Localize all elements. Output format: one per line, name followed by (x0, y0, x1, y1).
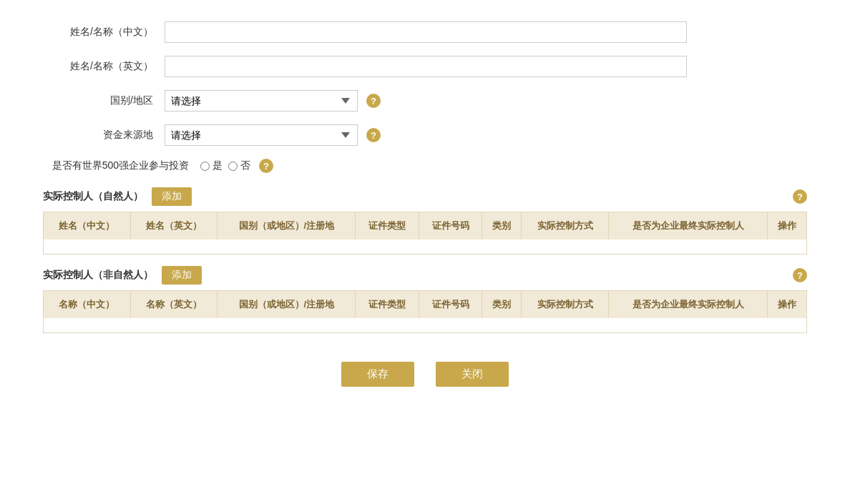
fortune500-yes-radio[interactable] (200, 162, 210, 171)
country-help-icon[interactable]: ? (366, 94, 381, 108)
fortune500-label: 是否有世界500强企业参与投资 (43, 159, 200, 172)
section2-empty-row (44, 318, 806, 332)
section2-col-5: 类别 (482, 291, 522, 318)
fortune500-no-text: 否 (240, 159, 250, 172)
fortune500-row: 是否有世界500强企业参与投资 是 否 ? (43, 159, 807, 173)
name-en-label: 姓名/名称（英文） (43, 60, 165, 73)
section1-col-3: 证件类型 (356, 212, 419, 239)
section2-col-6: 实际控制方式 (522, 291, 609, 318)
section2-help-icon[interactable]: ? (793, 268, 807, 282)
fortune500-field-group: 是 否 ? (200, 159, 687, 173)
fund-source-select[interactable]: 请选择 (165, 124, 358, 146)
fortune500-yes-text: 是 (212, 159, 223, 172)
section2-col-0: 名称（中文） (44, 291, 130, 318)
fund-source-label: 资金来源地 (43, 129, 165, 142)
fortune500-no-label[interactable]: 否 (228, 159, 250, 172)
section2-table-wrapper: 名称（中文） 名称（英文） 国别（或地区）/注册地 证件类型 证件号码 类别 实… (43, 290, 807, 333)
section1-table-wrapper: 姓名（中文） 姓名（英文） 国别（或地区）/注册地 证件类型 证件号码 类别 实… (43, 212, 807, 255)
section2-col-4: 证件号码 (419, 291, 482, 318)
fund-source-row: 资金来源地 请选择 ? (43, 124, 807, 146)
section1-header: 实际控制人（自然人） 添加 ? (43, 187, 807, 206)
section2-table: 名称（中文） 名称（英文） 国别（或地区）/注册地 证件类型 证件号码 类别 实… (44, 291, 806, 332)
section2-col-2: 国别（或地区）/注册地 (218, 291, 356, 318)
country-label: 国别/地区 (43, 94, 165, 107)
section1-empty-row (44, 239, 806, 254)
section2-add-button[interactable]: 添加 (162, 266, 202, 285)
country-field-group: 请选择 ? (165, 90, 687, 112)
section1-add-button[interactable]: 添加 (152, 187, 192, 206)
name-en-input[interactable] (165, 56, 687, 77)
section2-header: 实际控制人（非自然人） 添加 ? (43, 266, 807, 285)
name-en-row: 姓名/名称（英文） (43, 56, 807, 77)
section1-col-7: 是否为企业最终实际控制人 (609, 212, 768, 239)
close-button[interactable]: 关闭 (436, 362, 509, 387)
section1-col-0: 姓名（中文） (44, 212, 130, 239)
country-row: 国别/地区 请选择 ? (43, 90, 807, 112)
name-cn-label: 姓名/名称（中文） (43, 26, 165, 39)
page-container: 姓名/名称（中文） 姓名/名称（英文） 国别/地区 请选择 ? 资金来源地 请选… (0, 0, 850, 437)
section2-col-8: 操作 (767, 291, 806, 318)
name-cn-row: 姓名/名称（中文） (43, 21, 807, 43)
footer-buttons: 保存 关闭 (43, 362, 807, 408)
section2-col-7: 是否为企业最终实际控制人 (609, 291, 768, 318)
country-select[interactable]: 请选择 (165, 90, 358, 112)
section1-col-8: 操作 (767, 212, 806, 239)
fortune500-no-radio[interactable] (228, 162, 238, 171)
section1-col-4: 证件号码 (419, 212, 482, 239)
fortune500-yes-label[interactable]: 是 (200, 159, 223, 172)
section2-title: 实际控制人（非自然人） (43, 269, 153, 282)
section1-col-2: 国别（或地区）/注册地 (218, 212, 356, 239)
section2-table-header-row: 名称（中文） 名称（英文） 国别（或地区）/注册地 证件类型 证件号码 类别 实… (44, 291, 806, 318)
section1-title: 实际控制人（自然人） (43, 190, 143, 203)
section1-col-1: 姓名（英文） (130, 212, 218, 239)
section1-table-header-row: 姓名（中文） 姓名（英文） 国别（或地区）/注册地 证件类型 证件号码 类别 实… (44, 212, 806, 239)
section1-col-5: 类别 (482, 212, 522, 239)
section1-help-icon[interactable]: ? (793, 189, 807, 204)
fund-source-help-icon[interactable]: ? (366, 128, 381, 142)
section1-table: 姓名（中文） 姓名（英文） 国别（或地区）/注册地 证件类型 证件号码 类别 实… (44, 212, 806, 254)
section2-col-1: 名称（英文） (130, 291, 218, 318)
section2-col-3: 证件类型 (356, 291, 419, 318)
fortune500-radio-group: 是 否 (200, 159, 250, 172)
fortune500-help-icon[interactable]: ? (259, 159, 273, 173)
fund-source-field-group: 请选择 ? (165, 124, 687, 146)
name-cn-input[interactable] (165, 21, 687, 43)
save-button[interactable]: 保存 (341, 362, 414, 387)
section1-col-6: 实际控制方式 (522, 212, 609, 239)
